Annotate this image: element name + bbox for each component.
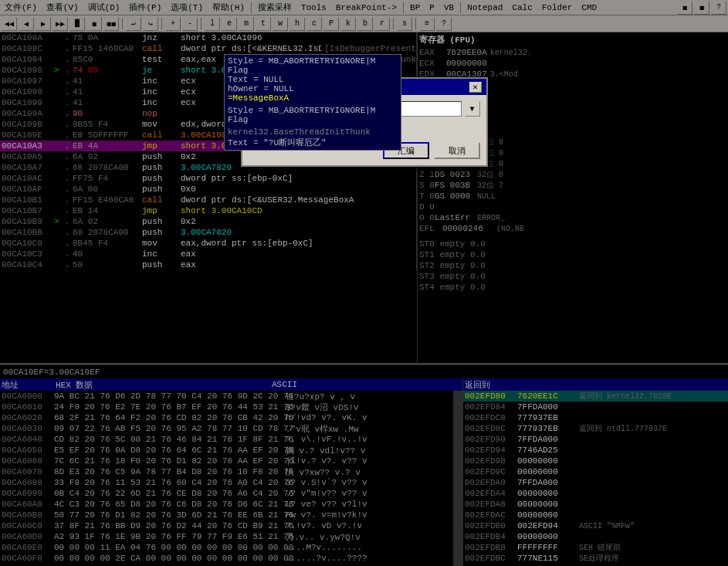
- cancel-button[interactable]: 取消: [434, 142, 480, 159]
- dialog-close-button[interactable]: ✕: [469, 82, 482, 93]
- disasm-tooltip: Style = MB_ABORTRETRYIGNORE|M Flag Text …: [224, 54, 401, 151]
- dropdown-button[interactable]: ▼: [465, 101, 480, 117]
